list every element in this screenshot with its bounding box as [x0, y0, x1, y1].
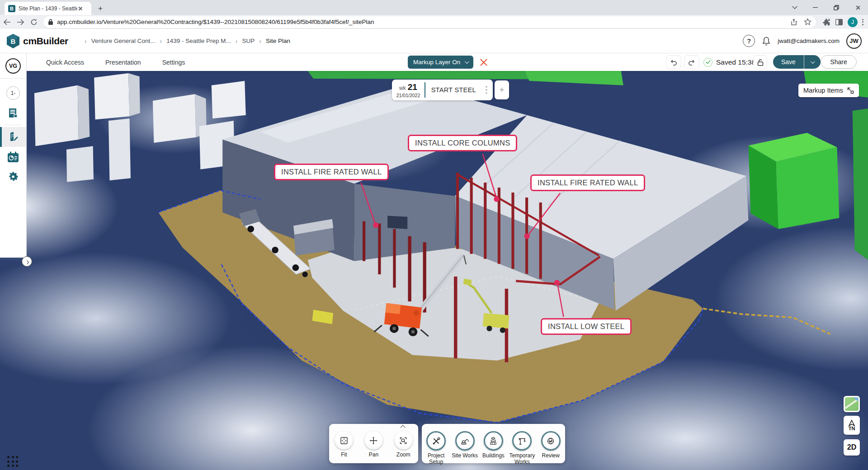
browser-address-bar: app.cmbuilder.io/Venture%20General%20Con… — [0, 15, 868, 29]
markup-items-button[interactable]: Markup Items — [798, 84, 859, 97]
breadcrumb-sup[interactable]: SUP — [242, 38, 255, 44]
share-page-icon[interactable] — [791, 19, 798, 26]
chevron-up-icon[interactable] — [400, 425, 405, 430]
sidebar-item-level[interactable]: 1- — [0, 83, 26, 103]
save-button[interactable]: Save — [773, 55, 804, 69]
window-close-button[interactable] — [847, 0, 868, 15]
saved-check-icon — [703, 58, 712, 67]
week-label: wk — [399, 85, 406, 91]
site-editor-pencil-icon — [7, 131, 19, 143]
markup-label[interactable]: INSTALL FIRE RATED WALL — [530, 174, 645, 191]
sidebar-expand-button[interactable] — [22, 256, 32, 267]
minimap-button[interactable] — [844, 396, 860, 412]
view-tools-panel: Fit Pan Zoom — [329, 424, 418, 463]
browser-menu-icon[interactable] — [862, 19, 863, 25]
breadcrumb-project[interactable]: Venture General Cont... — [91, 38, 156, 44]
true-north-button[interactable]: TN — [844, 416, 860, 435]
tab-title: Site Plan - 1439 - Seattle Prep M — [19, 5, 77, 12]
undo-button[interactable] — [666, 55, 681, 69]
chevron-right-icon — [25, 260, 28, 264]
close-markup-layer-icon[interactable] — [478, 56, 489, 68]
browser-profile-avatar[interactable]: J — [848, 17, 858, 27]
breadcrumb-job[interactable]: 1439 - Seattle Prep M... — [166, 38, 231, 44]
workflow-tools-panel: Project Setup Site Works — [422, 424, 565, 463]
viewport-3d[interactable]: INSTALL CORE COLUMNS INSTALL FIRE RATED … — [0, 71, 868, 470]
project-setup-button[interactable]: Project Setup — [422, 431, 450, 465]
breadcrumb: › Venture General Cont... › 1439 - Seatt… — [85, 38, 290, 45]
menu-presentation[interactable]: Presentation — [105, 59, 141, 66]
app-logo-text[interactable]: cmBuilder — [23, 36, 68, 47]
redo-button[interactable] — [684, 55, 699, 69]
window-restore-button[interactable] — [826, 0, 847, 15]
url-field[interactable]: app.cmbuilder.io/Venture%20General%20Con… — [43, 16, 816, 28]
tower-crane-icon — [518, 437, 527, 446]
zoom-button[interactable]: Zoom — [389, 431, 417, 458]
saved-status: Saved 15:38 — [716, 58, 755, 66]
gear-icon — [7, 170, 19, 183]
sidebar-item-site-plan-editor[interactable] — [0, 127, 26, 147]
svg-text:B: B — [11, 38, 16, 45]
excavator-icon — [460, 437, 470, 446]
chevron-down-icon — [465, 59, 469, 64]
account-email: jwatt@cadmakers.com — [778, 38, 840, 44]
new-tab-button[interactable]: + — [95, 3, 106, 14]
add-timeline-step-button[interactable]: + — [495, 80, 509, 99]
user-avatar[interactable]: JW — [846, 33, 862, 49]
app-header: B cmBuilder › Venture General Cont... › … — [0, 29, 868, 53]
expand-panel-icon — [847, 87, 854, 94]
markup-layer-toggle-button[interactable]: Markup Layer On — [408, 56, 473, 69]
review-button[interactable]: Review — [537, 431, 565, 459]
pan-button[interactable]: Pan — [359, 431, 387, 458]
app-grid-icon[interactable] — [7, 456, 19, 467]
context-buildings — [34, 73, 246, 182]
workspace-avatar[interactable]: VG — [5, 58, 21, 74]
week-number: 21 — [408, 82, 417, 92]
tools-crossed-icon — [432, 437, 441, 446]
share-button[interactable]: Share — [821, 55, 857, 69]
menu-settings[interactable]: Settings — [162, 59, 185, 66]
minimap-thumbnail — [845, 397, 859, 411]
timeline-menu-icon[interactable] — [482, 86, 491, 94]
site-works-button[interactable]: Site Works — [451, 431, 479, 459]
markup-label[interactable]: INSTALL CORE COLUMNS — [408, 135, 517, 151]
site-3d-scene[interactable] — [0, 71, 868, 470]
markup-label[interactable]: INSTALL LOW STEEL — [541, 318, 632, 335]
save-options-button[interactable] — [804, 55, 821, 69]
temporary-works-button[interactable]: Temporary Works — [508, 431, 536, 465]
timeline-date: 21/01/2022 — [392, 93, 425, 98]
lock-document-button[interactable] — [753, 55, 767, 69]
back-icon[interactable] — [0, 16, 14, 28]
tab-search-icon[interactable] — [784, 0, 805, 15]
favicon-icon: B — [8, 5, 15, 12]
menu-quick-access[interactable]: Quick Access — [46, 59, 84, 66]
pan-icon — [369, 436, 378, 445]
left-sidebar: VG 1- — [0, 53, 27, 258]
help-icon[interactable]: ? — [743, 35, 755, 47]
breadcrumb-site-plan[interactable]: Site Plan — [266, 38, 290, 44]
forward-icon[interactable] — [14, 16, 27, 28]
notifications-bell-icon[interactable] — [762, 36, 771, 46]
tab-close-icon[interactable] — [77, 6, 83, 11]
reload-icon[interactable] — [27, 16, 41, 28]
toggle-2d-button[interactable]: 2D — [844, 439, 860, 456]
side-panel-icon[interactable] — [835, 19, 843, 26]
browser-tab[interactable]: B Site Plan - 1439 - Seattle Prep M — [5, 2, 91, 15]
sidebar-item-settings[interactable] — [0, 167, 26, 187]
window-minimize-button[interactable] — [805, 0, 826, 15]
timeline-activity: START STEEL — [425, 86, 482, 94]
fit-button[interactable]: Fit — [330, 431, 358, 458]
buildings-button[interactable]: Buildings — [479, 431, 507, 459]
level-badge: 1- — [6, 86, 20, 100]
lock-icon — [48, 19, 53, 25]
document-icon — [7, 107, 19, 119]
sidebar-item-documents[interactable] — [0, 103, 26, 123]
markup-label[interactable]: INSTALL FIRE RATED WALL — [274, 164, 389, 180]
timeline-step-card[interactable]: wk21 21/01/2022 START STEEL — [392, 80, 493, 100]
extensions-puzzle-icon[interactable] — [822, 18, 830, 26]
sidebar-item-schedule[interactable] — [0, 147, 26, 167]
bookmark-star-icon[interactable] — [804, 18, 811, 26]
north-arrow-icon — [848, 420, 855, 426]
zoom-icon — [399, 436, 408, 445]
app-menu-bar: Quick Access Presentation Settings Marku… — [0, 53, 868, 71]
browser-tab-bar: B Site Plan - 1439 - Seattle Prep M + — [0, 0, 868, 15]
